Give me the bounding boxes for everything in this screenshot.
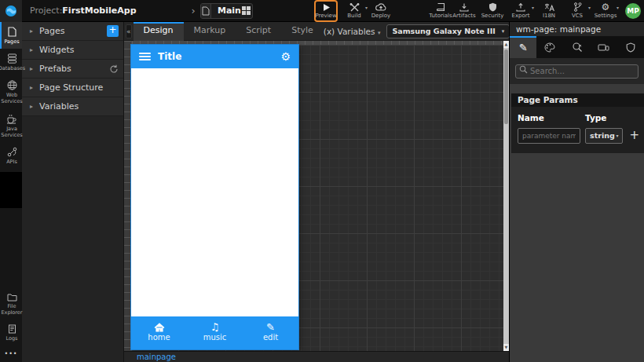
- canvas-scrollbar[interactable]: ▲ ▼: [503, 41, 509, 351]
- hamburger-menu-icon[interactable]: [139, 53, 151, 60]
- nav-label: edit: [263, 333, 278, 342]
- tutorials-label: Tutorials: [429, 13, 452, 19]
- phone-settings-gear-icon[interactable]: ⚙: [280, 50, 291, 63]
- music-icon: ♫: [210, 322, 220, 332]
- explorer-section-prefabs[interactable]: ▸ Prefabs: [22, 60, 123, 79]
- project-breadcrumb[interactable]: Project:FirstMobileApp: [30, 5, 137, 16]
- magnifier-x-icon: [572, 42, 583, 53]
- design-canvas[interactable]: Title ⚙ home ♫ music: [124, 41, 509, 351]
- explorer-section-page-structure[interactable]: ▸ Page Structure: [22, 79, 123, 97]
- settings-button[interactable]: ⚙ ▾ Settings: [594, 0, 617, 22]
- web-services-globe-icon: [7, 80, 17, 90]
- wavemaker-logo-icon: [5, 5, 17, 17]
- export-button[interactable]: ▾ Export: [509, 0, 532, 22]
- build-label: Build: [347, 13, 361, 19]
- vertical-ruler: [124, 41, 131, 351]
- tab-security[interactable]: [617, 36, 644, 58]
- build-caret-icon: ▾: [365, 5, 368, 10]
- nav-item-music[interactable]: ♫ music: [187, 316, 243, 347]
- rail-item-web-services[interactable]: Web Services: [0, 75, 22, 108]
- rail-item-file-explorer[interactable]: File Explorer: [0, 288, 22, 320]
- phone-page-content[interactable]: [131, 68, 298, 316]
- deploy-label: Deploy: [371, 13, 391, 19]
- artifacts-label: Artifacts: [452, 13, 475, 19]
- preview-label: Preview: [315, 13, 336, 19]
- home-icon: [154, 323, 165, 332]
- rail-item-apis[interactable]: APIs: [0, 142, 22, 169]
- tab-style[interactable]: Style: [281, 22, 324, 41]
- tab-device[interactable]: [591, 36, 617, 58]
- tab-markup[interactable]: Markup: [184, 22, 236, 41]
- user-avatar[interactable]: MP: [625, 3, 641, 19]
- rail-label: Web Services: [1, 92, 22, 104]
- variables-dropdown[interactable]: (x) Variables ▾: [324, 27, 381, 36]
- explorer-section-widgets[interactable]: ▸ Widgets: [22, 41, 123, 60]
- scrollbar-thumb[interactable]: [504, 49, 508, 124]
- palette-icon: [544, 42, 555, 53]
- phone-preview[interactable]: Title ⚙ home ♫ music: [131, 45, 298, 349]
- search-input[interactable]: [515, 64, 639, 79]
- tab-design[interactable]: Design: [134, 22, 184, 41]
- page-tab-mainpage[interactable]: mainpage: [124, 353, 176, 361]
- section-label: Variables: [39, 101, 119, 112]
- vcs-button[interactable]: ▾ VCS: [565, 0, 589, 22]
- explorer-section-pages[interactable]: ▸ Pages +: [22, 22, 123, 41]
- nav-label: home: [148, 333, 170, 342]
- rail-item-java-services[interactable]: Java Services: [0, 109, 22, 142]
- project-name: FirstMobileApp: [62, 5, 136, 16]
- export-upload-icon: [516, 3, 525, 12]
- page-selector-value: Main: [218, 5, 241, 16]
- rail-item-databases[interactable]: Databases: [0, 49, 22, 75]
- settings-label: Settings: [595, 13, 617, 19]
- tutorials-button[interactable]: Tutorials: [429, 0, 452, 22]
- explorer-section-variables[interactable]: ▸ Variables: [22, 97, 123, 116]
- chevron-down-icon: ▾: [378, 30, 381, 36]
- page-grid-icon[interactable]: [241, 6, 252, 15]
- section-label: Page Structure: [39, 82, 119, 93]
- col-header-name: Name: [518, 113, 585, 122]
- preview-button[interactable]: Preview: [314, 0, 338, 22]
- scroll-down-icon[interactable]: ▼: [503, 344, 509, 351]
- param-name-input[interactable]: [518, 128, 580, 144]
- nav-item-edit[interactable]: ✎ edit: [243, 316, 298, 347]
- rail-label: Logs: [6, 335, 18, 342]
- phone-header-widget[interactable]: Title ⚙: [131, 45, 298, 68]
- device-selector[interactable]: Samsung Galaxy Note III ▾: [386, 24, 510, 38]
- add-page-button[interactable]: +: [107, 25, 119, 37]
- rail-label: Pages: [4, 38, 19, 45]
- tab-script[interactable]: Script: [236, 22, 281, 41]
- rail-item-pages[interactable]: Pages: [0, 22, 22, 49]
- i18n-button[interactable]: I18N: [537, 0, 561, 22]
- build-button[interactable]: ▾ Build: [342, 0, 366, 22]
- i18n-label: I18N: [543, 13, 555, 19]
- rail-label: Databases: [0, 65, 25, 71]
- canvas-toolbar: « Design Markup Script Style (x) Variabl…: [124, 22, 509, 41]
- export-label: Export: [512, 13, 530, 19]
- tab-properties[interactable]: ✎: [510, 36, 536, 58]
- add-param-button[interactable]: +: [629, 130, 639, 141]
- caret-right-icon: ▸: [30, 84, 33, 91]
- deploy-button[interactable]: Deploy: [369, 0, 393, 22]
- inspector-title: wm-page: mainpage: [510, 22, 644, 36]
- pages-icon: [7, 27, 16, 37]
- java-services-coffee-icon: [6, 114, 17, 124]
- page-params-section-header[interactable]: Page Params: [511, 93, 644, 107]
- wavemaker-logo[interactable]: [0, 0, 22, 22]
- collapse-left-button[interactable]: «: [126, 24, 132, 38]
- nav-item-home[interactable]: home: [131, 316, 187, 347]
- param-type-value: string: [590, 131, 615, 140]
- rail-item-logs[interactable]: Logs: [0, 320, 22, 346]
- rail-more-button[interactable]: •••: [0, 346, 22, 362]
- edit-pencil-icon: ✎: [266, 322, 275, 332]
- caret-right-icon: ▸: [30, 46, 33, 53]
- scroll-up-icon[interactable]: ▲: [503, 41, 509, 48]
- tab-styles[interactable]: [536, 36, 563, 58]
- params-header-row: Name Type: [518, 113, 639, 122]
- security-button[interactable]: Security: [481, 0, 504, 22]
- param-type-select[interactable]: string ▾: [585, 128, 623, 144]
- tab-events[interactable]: [563, 36, 590, 58]
- settings-caret-icon: ▾: [617, 5, 619, 10]
- artifacts-button[interactable]: Artifacts: [452, 0, 476, 22]
- page-selector[interactable]: Main: [200, 3, 253, 19]
- refresh-icon[interactable]: [109, 64, 119, 74]
